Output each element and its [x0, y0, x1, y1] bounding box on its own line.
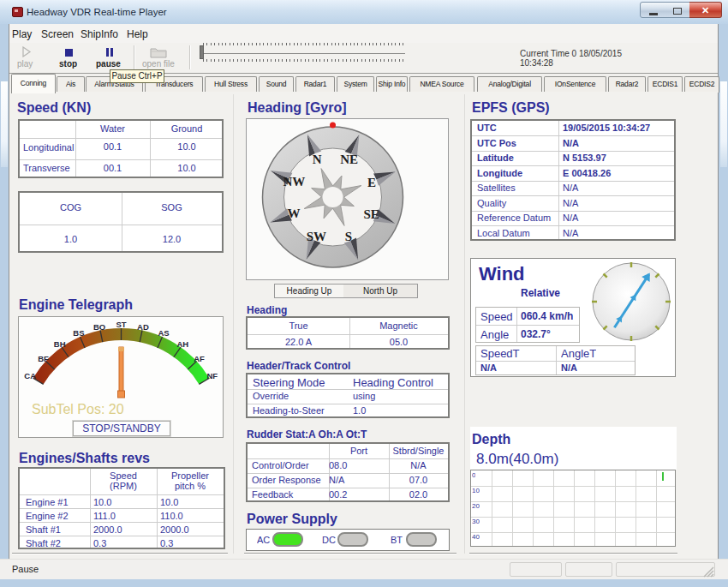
svg-text:W: W	[288, 207, 301, 220]
svg-text:AH: AH	[176, 339, 188, 349]
svg-text:NF: NF	[206, 371, 218, 380]
svg-text:SE: SE	[363, 207, 379, 221]
svg-text:BH: BH	[54, 339, 66, 349]
svg-text:E: E	[367, 176, 376, 189]
svg-text:BO: BO	[93, 322, 105, 332]
svg-text:NW: NW	[283, 175, 305, 189]
svg-text:SW: SW	[307, 230, 326, 243]
svg-text:AF: AF	[194, 354, 205, 363]
svg-text:CA: CA	[24, 371, 36, 380]
svg-text:S: S	[345, 230, 352, 243]
svg-text:AS: AS	[158, 328, 169, 338]
svg-text:ST: ST	[116, 320, 126, 329]
svg-text:AD: AD	[137, 322, 149, 332]
svg-text:NE: NE	[340, 153, 358, 166]
svg-text:N: N	[313, 153, 322, 166]
svg-text:BF: BF	[38, 354, 49, 363]
svg-text:BS: BS	[73, 328, 84, 338]
